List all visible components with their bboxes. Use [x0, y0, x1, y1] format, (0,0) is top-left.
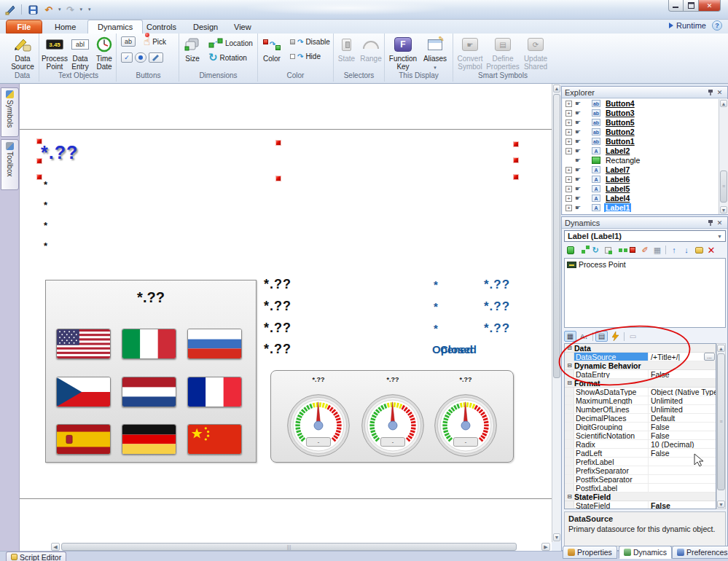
blue-asterisk-label[interactable]: *: [434, 300, 438, 313]
scroll-left-icon[interactable]: ◀: [51, 543, 60, 551]
scroll-thumb[interactable]: [553, 94, 560, 378]
undo-icon[interactable]: ↶: [42, 3, 55, 16]
tree-item-label[interactable]: Label7: [604, 165, 631, 174]
tree-item-label[interactable]: Label5: [604, 184, 631, 193]
property-row[interactable]: DigitGroupingFalse: [565, 423, 716, 431]
pick-label[interactable]: Pick: [152, 38, 166, 46]
tree-item[interactable]: + ☛ ab Button3: [563, 109, 719, 118]
expand-icon[interactable]: +: [565, 167, 572, 173]
tree-item[interactable]: + ☛ Rectangle: [563, 156, 719, 165]
red-square[interactable]: [275, 176, 281, 181]
location2-dynamic-icon[interactable]: [615, 245, 625, 255]
property-row[interactable]: StateFieldFalse: [565, 501, 716, 509]
property-row[interactable]: PrefixLabel: [565, 458, 716, 466]
data-source-button[interactable]: Data Source: [6, 35, 39, 71]
move-up-icon[interactable]: ↑: [669, 245, 679, 255]
scroll-up-icon[interactable]: ▲: [717, 345, 725, 352]
explorer-scrollbar[interactable]: ▲ ≡ ▼: [719, 99, 728, 214]
eraser-icon[interactable]: ✐: [640, 245, 650, 255]
tree-item-label[interactable]: Label2: [604, 146, 631, 155]
redo-dropdown-icon[interactable]: ▾: [80, 7, 83, 12]
keypad-icon[interactable]: ▦: [652, 245, 662, 255]
blue-process-point-label[interactable]: *.??: [484, 321, 510, 336]
runtime-button[interactable]: Runtime: [669, 21, 706, 30]
blue-asterisk-label[interactable]: *: [434, 322, 438, 334]
time-date-button[interactable]: Time Date: [93, 35, 116, 71]
flags-title-label[interactable]: *.??: [46, 289, 256, 306]
tree-item[interactable]: + ☛ ab Button1: [563, 137, 719, 146]
scroll-down-icon[interactable]: ▼: [717, 501, 725, 508]
property-row[interactable]: DecimalPlacesDefault: [565, 414, 716, 423]
hide-button[interactable]: ↷ Hide: [290, 52, 321, 60]
tab-design[interactable]: Design: [184, 20, 227, 34]
property-row[interactable]: MaximumLengthUnlimited: [565, 396, 716, 405]
events-icon[interactable]: [609, 331, 622, 342]
ab-button[interactable]: ab: [121, 36, 136, 47]
rotation-button[interactable]: ↻ Rotation: [208, 52, 247, 63]
property-category[interactable]: ⊟Data: [565, 344, 716, 353]
flag-spain[interactable]: [56, 424, 111, 455]
expand-icon[interactable]: +: [565, 186, 572, 192]
define-properties-button[interactable]: ▤ Define Properties: [486, 35, 520, 71]
asterisk-label[interactable]: *: [44, 220, 47, 231]
property-category[interactable]: ⊟Format: [565, 379, 716, 388]
script-editor-tab[interactable]: Script Editor: [6, 552, 66, 561]
asterisk-label[interactable]: *: [44, 179, 47, 190]
move-down-icon[interactable]: ↓: [681, 245, 692, 255]
file-tab[interactable]: File: [6, 20, 42, 34]
gauge-label[interactable]: *.??: [444, 376, 488, 383]
tab-view[interactable]: View: [224, 20, 261, 34]
categorized-icon[interactable]: ▦: [564, 331, 576, 342]
tree-item[interactable]: + ☛ A Label1: [563, 203, 719, 213]
gauge[interactable]: -: [285, 392, 352, 459]
flag-france[interactable]: [187, 377, 242, 407]
property-pages-icon[interactable]: ▤: [595, 331, 608, 342]
convert-symbol-button[interactable]: ☛ Convert Symbol: [454, 35, 486, 71]
help-icon[interactable]: ?: [712, 20, 722, 31]
color-button[interactable]: ↷ Color: [259, 35, 284, 71]
property-row[interactable]: PadLeftFalse: [565, 449, 716, 458]
process-point-button[interactable]: 3.45 Process Point: [42, 35, 68, 71]
scroll-down-icon[interactable]: ▼: [720, 206, 727, 213]
asterisk-label[interactable]: *: [44, 200, 47, 211]
tab-controls[interactable]: Controls: [137, 20, 186, 34]
expand-icon[interactable]: +: [565, 148, 572, 154]
property-row[interactable]: NumberOfLinesUnlimited: [565, 405, 716, 414]
save-icon[interactable]: [26, 3, 39, 16]
expand-icon[interactable]: +: [565, 195, 572, 202]
gauge-label[interactable]: *.??: [371, 376, 415, 383]
tree-item-label[interactable]: Label4: [604, 194, 631, 203]
redo-icon[interactable]: ↷: [64, 3, 77, 16]
asterisk-label[interactable]: *: [44, 240, 47, 251]
red-square[interactable]: [513, 157, 519, 163]
function-key-button[interactable]: F Function Key: [387, 35, 419, 71]
tab-preferences[interactable]: Preferences: [672, 546, 728, 559]
process-point-label[interactable]: *.??: [264, 277, 291, 292]
pin-icon[interactable]: [705, 219, 715, 227]
aliases-button[interactable]: Aliases▾: [420, 35, 450, 71]
range-button[interactable]: Range: [359, 35, 383, 71]
gauge[interactable]: -: [432, 392, 499, 459]
tab-properties[interactable]: Properties: [563, 546, 617, 559]
property-row[interactable]: Radix10 (Decimal): [565, 440, 716, 449]
blue-process-point-label[interactable]: *.??: [484, 278, 510, 292]
blue-asterisk-label[interactable]: *: [434, 278, 438, 291]
tree-item[interactable]: + ☛ A Label7: [563, 165, 719, 175]
toolbar-dropdown-icon[interactable]: ▾: [88, 7, 91, 12]
property-category[interactable]: ⊟StateField: [565, 493, 716, 501]
close-icon[interactable]: ✕: [715, 88, 724, 97]
process-point-label[interactable]: *.??: [264, 299, 291, 314]
closed-label[interactable]: Closed: [440, 343, 477, 356]
expand-icon[interactable]: +: [565, 110, 572, 117]
flag-italy[interactable]: [122, 329, 176, 359]
location-button[interactable]: Location: [208, 38, 253, 48]
button-tool[interactable]: [149, 52, 163, 63]
property-row[interactable]: DataEntryFalse: [565, 370, 716, 379]
process-point-label[interactable]: *.??: [264, 321, 291, 336]
maximize-button[interactable]: [684, 0, 699, 12]
property-row[interactable]: PrefixSeparator: [565, 466, 716, 475]
tree-item-label[interactable]: Button5: [604, 118, 636, 127]
canvas-vertical-scrollbar[interactable]: ▲ ▼: [552, 84, 560, 542]
tree-item[interactable]: + ☛ ab Button5: [563, 118, 719, 128]
scroll-thumb[interactable]: |||: [61, 543, 517, 551]
